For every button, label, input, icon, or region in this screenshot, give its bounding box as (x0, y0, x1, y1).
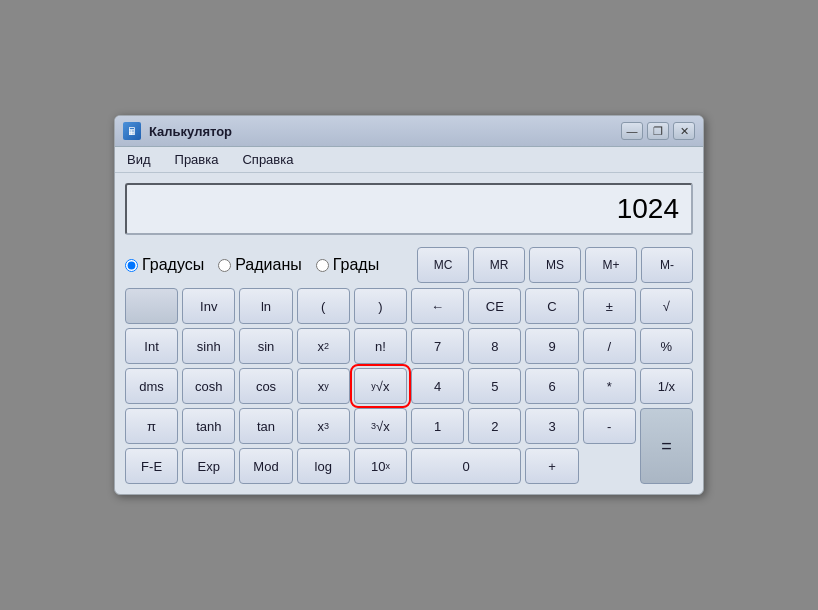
8-button[interactable]: 8 (468, 328, 521, 364)
6-button[interactable]: 6 (525, 368, 578, 404)
calculator-window: 🖩 Калькулятор — ❐ ✕ Вид Правка Справка 1… (114, 115, 704, 495)
pi-button[interactable]: π (125, 408, 178, 444)
tan-button[interactable]: tan (239, 408, 292, 444)
subtract-button[interactable]: - (583, 408, 636, 444)
reciprocal-button[interactable]: 1/x (640, 368, 693, 404)
x-to-y-button[interactable]: xy (297, 368, 350, 404)
window-title: Калькулятор (149, 124, 232, 139)
3-button[interactable]: 3 (525, 408, 578, 444)
sqrt-button[interactable]: √ (640, 288, 693, 324)
inv-button[interactable]: Inv (182, 288, 235, 324)
app-icon: 🖩 (123, 122, 141, 140)
maximize-button[interactable]: ❐ (647, 122, 669, 140)
close-paren-button[interactable]: ) (354, 288, 407, 324)
multiply-button[interactable]: * (583, 368, 636, 404)
minimize-button[interactable]: — (621, 122, 643, 140)
menu-view[interactable]: Вид (123, 150, 155, 169)
display: 1024 (125, 183, 693, 235)
backspace-button[interactable]: ← (411, 288, 464, 324)
radio-grads[interactable]: Грады (316, 256, 379, 274)
radio-degrees[interactable]: Градусы (125, 256, 204, 274)
clear-button[interactable]: C (525, 288, 578, 324)
buttons-area: Градусы Радианы Грады MC MR MS M+ M- (115, 241, 703, 494)
mminus-button[interactable]: M- (641, 247, 693, 283)
tanh-button[interactable]: tanh (182, 408, 235, 444)
cos-button[interactable]: cos (239, 368, 292, 404)
mplus-button[interactable]: M+ (585, 247, 637, 283)
radio-radians[interactable]: Радианы (218, 256, 302, 274)
0-button[interactable]: 0 (411, 448, 521, 484)
5-button[interactable]: 5 (468, 368, 521, 404)
equals-button[interactable]: = (640, 408, 693, 484)
sinh-button[interactable]: sinh (182, 328, 235, 364)
menu-edit[interactable]: Правка (171, 150, 223, 169)
4-button[interactable]: 4 (411, 368, 464, 404)
radio-group-container: Градусы Радианы Грады (125, 256, 379, 274)
open-paren-button[interactable]: ( (297, 288, 350, 324)
int-button[interactable]: Int (125, 328, 178, 364)
1-button[interactable]: 1 (411, 408, 464, 444)
calc-grid: Inv ln ( ) ← CE C ± √ Int sinh sin x2 n!… (125, 288, 693, 484)
mod-button[interactable]: Mod (239, 448, 292, 484)
percent-button[interactable]: % (640, 328, 693, 364)
title-buttons: — ❐ ✕ (621, 122, 695, 140)
7-button[interactable]: 7 (411, 328, 464, 364)
divide-button[interactable]: / (583, 328, 636, 364)
memory-buttons: MC MR MS M+ M- (417, 247, 693, 283)
dms-button[interactable]: dms (125, 368, 178, 404)
ln-button[interactable]: ln (239, 288, 292, 324)
close-button[interactable]: ✕ (673, 122, 695, 140)
exp-button[interactable]: Exp (182, 448, 235, 484)
ce-button[interactable]: CE (468, 288, 521, 324)
title-bar: 🖩 Калькулятор — ❐ ✕ (115, 116, 703, 147)
yth-root-button[interactable]: y√x (354, 368, 407, 404)
ms-button[interactable]: MS (529, 247, 581, 283)
empty-button[interactable] (125, 288, 178, 324)
9-button[interactable]: 9 (525, 328, 578, 364)
display-value: 1024 (617, 193, 679, 225)
top-controls: Градусы Радианы Грады MC MR MS M+ M- (125, 247, 693, 283)
cosh-button[interactable]: cosh (182, 368, 235, 404)
sin-button[interactable]: sin (239, 328, 292, 364)
x-squared-button[interactable]: x2 (297, 328, 350, 364)
10-to-x-button[interactable]: 10x (354, 448, 407, 484)
x-cubed-button[interactable]: x3 (297, 408, 350, 444)
mc-button[interactable]: MC (417, 247, 469, 283)
mr-button[interactable]: MR (473, 247, 525, 283)
fe-button[interactable]: F-E (125, 448, 178, 484)
menu-bar: Вид Правка Справка (115, 147, 703, 173)
factorial-button[interactable]: n! (354, 328, 407, 364)
log-button[interactable]: log (297, 448, 350, 484)
negate-button[interactable]: ± (583, 288, 636, 324)
2-button[interactable]: 2 (468, 408, 521, 444)
menu-help[interactable]: Справка (238, 150, 297, 169)
cube-root-button[interactable]: 3√x (354, 408, 407, 444)
add-button[interactable]: + (525, 448, 578, 484)
title-left: 🖩 Калькулятор (123, 122, 232, 140)
